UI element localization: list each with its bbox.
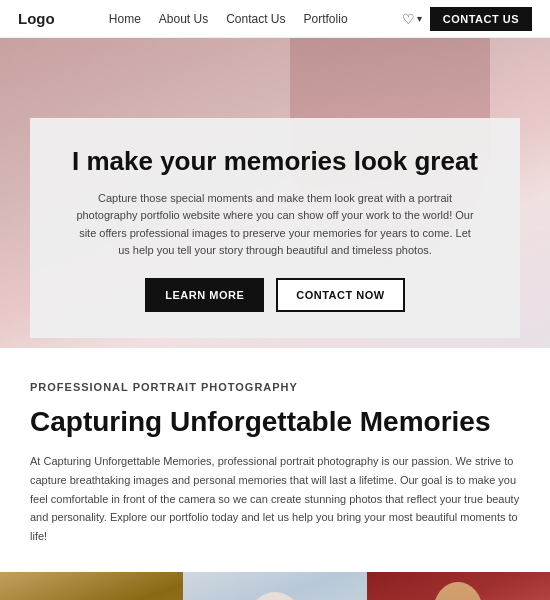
nav-link-home[interactable]: Home <box>109 12 141 26</box>
hero-buttons: LEARN MORE CONTACT NOW <box>60 278 490 312</box>
nav-link-portfolio[interactable]: Portfolio <box>304 12 348 26</box>
gallery <box>0 572 550 600</box>
gallery-image-2 <box>183 572 366 600</box>
gallery-item-1 <box>0 572 183 600</box>
figure-shape <box>250 592 300 600</box>
contact-us-button[interactable]: CONTACT US <box>430 7 532 31</box>
logo: Logo <box>18 10 55 27</box>
gallery-image-1 <box>0 572 183 600</box>
heart-icon[interactable]: ♡ ▾ <box>402 11 422 27</box>
navbar: Logo Home About Us Contact Us Portfolio … <box>0 0 550 38</box>
section-tag: PROFESSIONAL PORTRAIT PHOTOGRAPHY <box>30 378 520 397</box>
contact-now-button[interactable]: CONTACT NOW <box>276 278 404 312</box>
section-heading: Capturing Unforgettable Memories <box>30 405 520 439</box>
hero-card: I make your memories look great Capture … <box>30 118 520 338</box>
gallery-item-2 <box>183 572 366 600</box>
face-shape <box>433 582 483 600</box>
nav-links: Home About Us Contact Us Portfolio <box>109 12 348 26</box>
learn-more-button[interactable]: LEARN MORE <box>145 278 264 312</box>
section-description: At Capturing Unforgettable Memories, pro… <box>30 452 520 545</box>
hero-heading: I make your memories look great <box>60 146 490 177</box>
hero-section: I make your memories look great Capture … <box>0 38 550 348</box>
nav-link-about[interactable]: About Us <box>159 12 208 26</box>
nav-link-contact[interactable]: Contact Us <box>226 12 285 26</box>
gallery-image-3 <box>367 572 550 600</box>
nav-right: ♡ ▾ CONTACT US <box>402 7 532 31</box>
hero-description: Capture those special moments and make t… <box>75 190 475 260</box>
gallery-item-3 <box>367 572 550 600</box>
dropdown-arrow-icon: ▾ <box>417 13 422 24</box>
about-section: PROFESSIONAL PORTRAIT PHOTOGRAPHY Captur… <box>0 348 550 572</box>
